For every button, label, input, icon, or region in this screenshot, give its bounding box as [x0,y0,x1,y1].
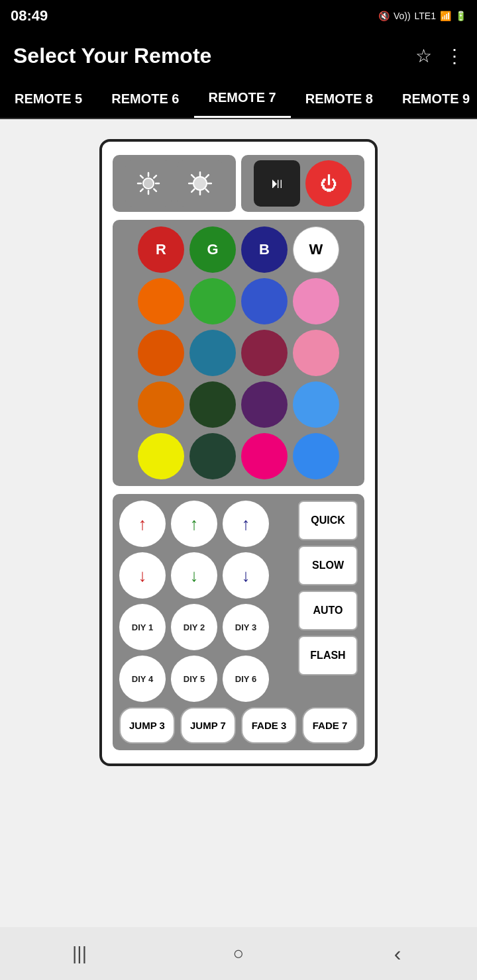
flash-button[interactable]: FLASH [298,636,358,675]
color-skyblue[interactable] [293,433,339,479]
nav-bar: ||| ○ ‹ [0,927,477,980]
bottom-grid: ↑ ↑ ↑ ↓ [119,501,358,702]
color-darkforest[interactable] [189,433,236,479]
svg-line-7 [154,175,156,178]
color-section: R G B W [113,220,364,486]
more-icon[interactable]: ⋮ [445,45,464,67]
tab-remote6[interactable]: REMOTE 6 [97,79,193,118]
color-B[interactable]: B [241,226,288,273]
color-row-2 [119,278,358,324]
red-up-button[interactable]: ↑ [119,501,166,547]
svg-line-17 [191,189,194,192]
tab-remote9[interactable]: REMOTE 9 [388,79,477,118]
color-orange1[interactable] [138,278,184,324]
arrow-up-row: ↑ ↑ ↑ [119,501,293,547]
color-R[interactable]: R [138,226,184,273]
remote-body: ⏯ ⏻ R G B W [99,139,378,766]
star-icon[interactable]: ☆ [415,45,432,67]
bottom-right: QUICK SLOW AUTO FLASH [298,501,358,702]
auto-button[interactable]: AUTO [298,591,358,630]
main-content: ⏯ ⏻ R G B W [0,119,477,927]
jump-fade-row: JUMP 3 JUMP 7 FADE 3 FADE 7 [119,707,358,744]
fade3-button[interactable]: FADE 3 [241,707,297,744]
color-teal[interactable] [189,330,236,376]
green-up-button[interactable]: ↑ [171,501,217,547]
red-down-button[interactable]: ↓ [119,552,166,599]
brightness-up-icon [188,172,212,195]
color-blue2[interactable] [241,278,288,324]
brightness-down-icon [136,172,160,195]
title-bar: Select Your Remote ☆ ⋮ [0,32,477,79]
color-darkgreen[interactable] [189,381,236,428]
lte-icon: LTE1 [415,11,436,21]
nav-home-button[interactable]: ○ [219,934,258,973]
play-pause-button[interactable]: ⏯ [254,160,300,207]
color-green2[interactable] [189,278,236,324]
top-row: ⏯ ⏻ [113,155,364,212]
jump3-button[interactable]: JUMP 3 [119,707,175,744]
bottom-left: ↑ ↑ ↑ ↓ [119,501,293,702]
color-orange3[interactable] [138,381,184,428]
nav-recent-button[interactable]: ||| [60,934,99,973]
svg-line-15 [206,189,209,192]
color-row-5 [119,433,358,479]
color-row-4 [119,381,358,428]
brightness-up-button[interactable] [177,160,223,207]
fade7-button[interactable]: FADE 7 [302,707,358,744]
signal-icon: Vo)) [394,11,411,21]
arrow-down-row: ↓ ↓ ↓ [119,552,293,599]
color-W[interactable]: W [293,226,339,273]
status-bar: 08:49 🔇 Vo)) LTE1 📶 🔋 [0,0,477,32]
color-pink1[interactable] [293,278,339,324]
tab-remote7[interactable]: REMOTE 7 [194,79,291,118]
color-maroon[interactable] [241,330,288,376]
nav-back-button[interactable]: ‹ [378,934,417,973]
tab-remote5[interactable]: REMOTE 5 [0,79,97,118]
diy6-button[interactable]: DIY 6 [223,656,269,702]
battery-icon: 🔋 [455,11,466,21]
mute-icon: 🔇 [378,11,390,21]
blue-up-button[interactable]: ↑ [223,501,269,547]
title-icons: ☆ ⋮ [415,45,464,67]
diy1-button[interactable]: DIY 1 [119,604,166,650]
play-power-group: ⏯ ⏻ [241,155,364,212]
svg-line-8 [140,189,143,191]
blue-down-button[interactable]: ↓ [223,552,269,599]
color-yellow[interactable] [138,433,184,479]
color-pink2[interactable] [293,330,339,376]
diy5-button[interactable]: DIY 5 [171,656,217,702]
color-G[interactable]: G [189,226,236,273]
color-magenta[interactable] [241,433,288,479]
color-row-1: R G B W [119,226,358,273]
page-title: Select Your Remote [13,44,211,68]
slow-button[interactable]: SLOW [298,546,358,585]
jump7-button[interactable]: JUMP 7 [180,707,236,744]
status-icons: 🔇 Vo)) LTE1 📶 🔋 [378,11,466,21]
green-down-button[interactable]: ↓ [171,552,217,599]
svg-point-9 [193,177,207,190]
svg-line-16 [206,175,209,177]
bottom-section: ↑ ↑ ↑ ↓ [113,494,364,750]
color-orange2[interactable] [138,330,184,376]
diy-row-2: DIY 4 DIY 5 DIY 6 [119,656,293,702]
color-lightblue[interactable] [293,381,339,428]
svg-point-0 [143,178,154,189]
brightness-group [113,155,236,212]
brightness-down-button[interactable] [125,160,172,207]
svg-line-6 [154,189,156,191]
quick-button[interactable]: QUICK [298,501,358,540]
tab-bar: REMOTE 5 REMOTE 6 REMOTE 7 REMOTE 8 REMO… [0,79,477,119]
diy4-button[interactable]: DIY 4 [119,656,166,702]
tab-remote8[interactable]: REMOTE 8 [291,79,388,118]
wifi-icon: 📶 [440,11,451,21]
power-button[interactable]: ⏻ [305,160,352,207]
svg-line-5 [140,175,143,178]
svg-line-14 [191,175,194,177]
diy3-button[interactable]: DIY 3 [223,604,269,650]
status-time: 08:49 [11,7,48,24]
color-purple[interactable] [241,381,288,428]
diy-row-1: DIY 1 DIY 2 DIY 3 [119,604,293,650]
diy2-button[interactable]: DIY 2 [171,604,217,650]
color-row-3 [119,330,358,376]
